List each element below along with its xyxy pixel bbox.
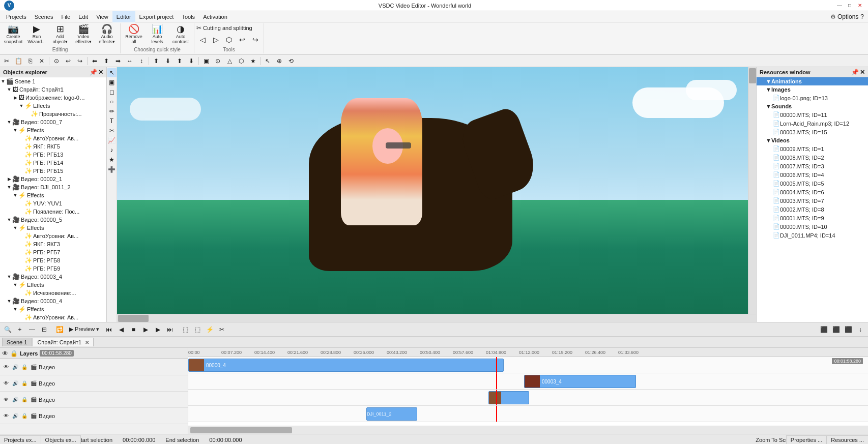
tree-item-video5[interactable]: ▼🎥Видео: 00000_5 xyxy=(0,216,106,224)
track-2-visibility[interactable]: 👁 xyxy=(2,396,10,404)
prev-frame-btn[interactable]: ◀ xyxy=(115,324,127,335)
icon-move-bottom[interactable]: ⬇ xyxy=(186,56,197,66)
objects-panel-close[interactable]: ✕ xyxy=(98,69,103,76)
tree-item-scene1[interactable]: ▼🎬Scene 1 xyxy=(0,77,106,85)
preview-btn[interactable]: ▶ Preview ▾ xyxy=(66,324,102,335)
tree-item-autolevels2[interactable]: ✨АвтоУровни: Ав... xyxy=(0,232,106,240)
run-wizard-button[interactable]: ▶ Run Wizard... xyxy=(25,23,48,46)
help-icon[interactable]: ? xyxy=(860,13,864,20)
tree-item-rgb7[interactable]: ✨РГБ: РГБ7 xyxy=(0,248,106,256)
scene-tab[interactable]: Scene 1 xyxy=(2,338,32,346)
playhead[interactable] xyxy=(496,357,497,373)
tree-item-img1[interactable]: ▶🖼Изображение: logo-01_... xyxy=(0,94,106,102)
audio-effects-button[interactable]: 🎧 Audio effects▾ xyxy=(96,23,118,46)
minimize-button[interactable]: — xyxy=(835,2,844,10)
icon-rect[interactable]: ▣ xyxy=(200,56,212,66)
tree-item-rgb14[interactable]: ✨РГБ: РГБ14 xyxy=(0,159,106,167)
tree-item-rgb8[interactable]: ✨РГБ: РГБ8 xyxy=(0,256,106,264)
remove-all-button[interactable]: 🚫 Remove all xyxy=(123,23,145,46)
to-end-btn[interactable]: ⏭ xyxy=(164,324,176,335)
left-tool-cut[interactable]: ✂ xyxy=(107,126,117,135)
icon-triangle[interactable]: △ xyxy=(224,56,235,66)
tree-item-video34[interactable]: ▼🎥Видео: 00003_4 xyxy=(0,273,106,281)
objects-tab[interactable]: Objects ex... xyxy=(41,436,81,444)
left-tool-chart[interactable]: 📈 xyxy=(107,136,117,145)
tree-item-video2[interactable]: ▶🎥Видео: 00002_1 xyxy=(0,175,106,183)
tree-expand-sprite1[interactable]: ▼ xyxy=(6,86,12,93)
tree-item-ykg2[interactable]: ✨ЯКГ: ЯКГ2 xyxy=(0,321,106,322)
resources-panel-pin[interactable]: 📌 xyxy=(851,69,859,76)
tree-item-video4[interactable]: ▼🎥Видео: 00000_4 xyxy=(0,297,106,305)
tree-expand-effects2[interactable]: ▼ xyxy=(12,127,18,133)
icon-align-right[interactable]: ➡ xyxy=(112,56,124,66)
tree-item-transparency1[interactable]: ✨Прозрачность:... xyxy=(0,110,106,118)
cut-btn1[interactable]: ◁ xyxy=(196,34,209,46)
clip-00003-4[interactable]: 00003_4 xyxy=(524,375,636,388)
tree-item-effects5[interactable]: ▼⚡Effects xyxy=(0,281,106,289)
create-snapshot-button[interactable]: 📷 Create snapshot xyxy=(2,23,24,46)
track-2-audio[interactable]: 🔊 xyxy=(11,396,19,404)
menu-edit[interactable]: Edit xyxy=(74,11,92,22)
video-effects-button[interactable]: 🎬 Video effects▾ xyxy=(72,23,95,46)
res-item-logo-01-png--ID-13[interactable]: 📄logo-01.png; ID=13 xyxy=(757,94,868,102)
tree-expand-video2[interactable]: ▶ xyxy=(6,176,12,182)
icon-ellipse[interactable]: ⊙ xyxy=(212,56,223,66)
tree-item-rgb13[interactable]: ✨РГБ: РГБ13 xyxy=(0,151,106,159)
menu-scenes[interactable]: Scenes xyxy=(31,11,57,22)
res-item-00005-MTS--ID-5[interactable]: 📄00005.MTS; ID=5 xyxy=(757,179,868,188)
tree-expand-effects6[interactable]: ▼ xyxy=(12,306,18,312)
trim-btn[interactable]: ✂ xyxy=(216,324,227,335)
res-item-00003-MTS--ID-15[interactable]: 📄00003.MTS; ID=15 xyxy=(757,128,868,136)
tree-expand-effects3[interactable]: ▼ xyxy=(12,192,18,198)
add-object-button[interactable]: ⊞ Add object▾ xyxy=(49,23,71,46)
left-tool-text[interactable]: T xyxy=(107,116,117,126)
res-item-00004-MTS--ID-6[interactable]: 📄00004.MTS; ID=6 xyxy=(757,188,868,196)
res-item-00003-MTS--ID-7[interactable]: 📄00003.MTS; ID=7 xyxy=(757,196,868,205)
timeline-ctrl-c[interactable]: ⬛ xyxy=(843,324,854,335)
left-tool-rect[interactable]: ◻ xyxy=(107,87,117,97)
icon-distribute-v[interactable]: ↕ xyxy=(136,56,147,66)
maximize-button[interactable]: □ xyxy=(846,2,854,10)
tree-item-effects3[interactable]: ▼⚡Effects xyxy=(0,191,106,199)
loop-btn[interactable]: 🔁 xyxy=(54,324,65,335)
tree-item-video11[interactable]: ▼🎥Видео: DJI_0011_2 xyxy=(0,183,106,191)
clip-00000-4[interactable]: 00000_4 xyxy=(188,359,504,372)
menu-file[interactable]: File xyxy=(57,11,74,22)
tree-item-disappear1[interactable]: ✨Исчезновение:... xyxy=(0,289,106,297)
icon-copy[interactable]: 📋 xyxy=(13,56,24,66)
timeline-ctrl-a[interactable]: ⬛ xyxy=(818,324,829,335)
stop-btn[interactable]: ■ xyxy=(128,324,139,335)
icon-poly[interactable]: ⬡ xyxy=(236,56,247,66)
sprite-tab-close[interactable]: ✕ xyxy=(85,340,89,345)
tree-item-effects1[interactable]: ▼⚡Effects xyxy=(0,102,106,110)
res-item-00008-MTS--ID-2[interactable]: 📄00008.MTS; ID=2 xyxy=(757,153,868,162)
icon-align-left[interactable]: ⬅ xyxy=(89,56,100,66)
tree-expand-video11[interactable]: ▼ xyxy=(6,184,12,190)
res-item-00006-MTS--ID-4[interactable]: 📄00006.MTS; ID=4 xyxy=(757,170,868,179)
objects-panel-pin[interactable]: 📌 xyxy=(90,69,97,76)
tree-item-sprite1[interactable]: ▼🖼Спрайт: Спрайт1 xyxy=(0,85,106,94)
icon-redo[interactable]: ↪ xyxy=(74,56,85,66)
menu-activation[interactable]: Activation xyxy=(199,11,232,22)
icon-undo[interactable]: ↩ xyxy=(63,56,74,66)
icon-cursor[interactable]: ↖ xyxy=(262,56,273,66)
tree-expand-effects5[interactable]: ▼ xyxy=(12,282,18,288)
track-3-audio[interactable]: 🔊 xyxy=(11,412,19,420)
tree-item-appear1[interactable]: ✨Появление: Пос... xyxy=(0,208,106,216)
track-0-visibility[interactable]: 👁 xyxy=(2,363,10,371)
tree-item-effects2[interactable]: ▼⚡Effects xyxy=(0,126,106,134)
icon-align-center[interactable]: ⬆ xyxy=(101,56,112,66)
tree-item-ykg5[interactable]: ✨ЯКГ: ЯКГ5 xyxy=(0,142,106,151)
res-item-DJI-0011-MP4--ID-14[interactable]: 📄DJI_0011.MP4; ID=14 xyxy=(757,231,868,240)
auto-contrast-button[interactable]: ◑ Auto contrast xyxy=(169,23,192,46)
timeline-ctrl-d[interactable]: ↓ xyxy=(855,324,866,335)
icon-star[interactable]: ★ xyxy=(247,56,258,66)
icon-distribute-h[interactable]: ↔ xyxy=(124,56,135,66)
options-btn[interactable]: ⚙ Options xyxy=(830,13,859,20)
cut-btn3[interactable]: ⬡ xyxy=(223,34,235,46)
tree-expand-video5[interactable]: ▼ xyxy=(6,217,12,223)
tree-item-effects4[interactable]: ▼⚡Effects xyxy=(0,224,106,232)
icon-move-down[interactable]: ⬇ xyxy=(162,56,173,66)
zoom-plus-btn[interactable]: + xyxy=(14,324,25,335)
left-tool-select[interactable]: ▣ xyxy=(107,78,117,87)
